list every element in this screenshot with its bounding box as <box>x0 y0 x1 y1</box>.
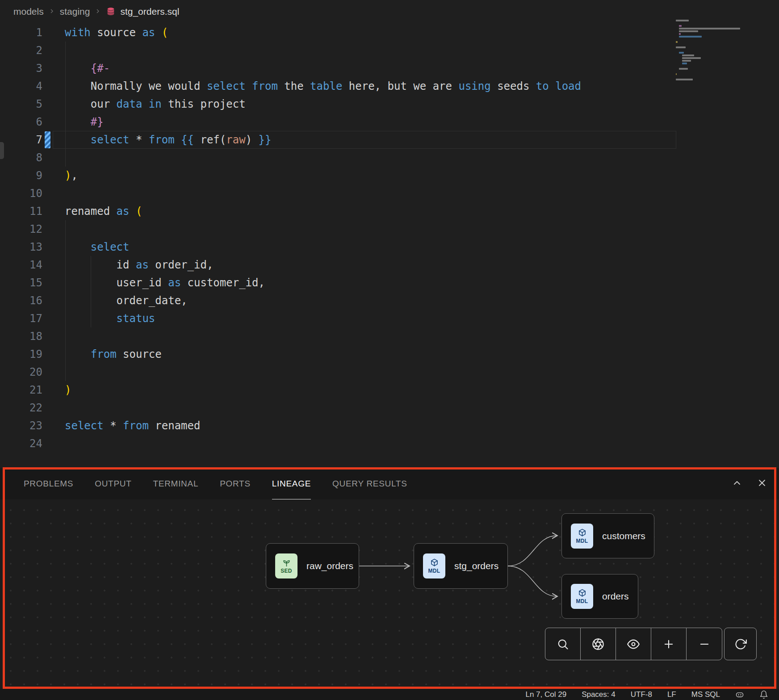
lineage-node-stg-orders[interactable]: MDL stg_orders <box>414 543 508 589</box>
line-number[interactable]: 9 <box>0 167 42 184</box>
code-line[interactable]: 17 status <box>0 310 779 327</box>
line-number[interactable]: 8 <box>0 149 42 167</box>
code-line[interactable]: 7 select * from {{ ref(raw) }} <box>0 131 779 149</box>
code-editor[interactable]: 1with source as (23 {#-4 Normally we wou… <box>0 24 779 453</box>
tab-query-results[interactable]: QUERY RESULTS <box>332 468 407 499</box>
code-line[interactable]: 2 <box>0 42 779 59</box>
tab-problems[interactable]: PROBLEMS <box>24 468 73 499</box>
encoding[interactable]: UTF-8 <box>631 690 652 699</box>
minimap-line <box>679 28 740 29</box>
refresh-button[interactable] <box>725 628 756 660</box>
breadcrumb-models[interactable]: models <box>13 6 44 17</box>
line-number[interactable]: 10 <box>0 184 42 202</box>
minimap[interactable] <box>676 20 762 84</box>
code-line[interactable]: 6 #} <box>0 113 779 131</box>
node-label: orders <box>602 591 629 602</box>
model-cube-icon: MDL <box>571 524 593 549</box>
line-number[interactable]: 15 <box>0 274 42 292</box>
code-line[interactable]: 1with source as ( <box>0 24 779 42</box>
line-number[interactable]: 2 <box>0 42 42 59</box>
panel-close-icon[interactable] <box>757 478 767 490</box>
minimap-line <box>676 73 677 75</box>
cursor-position[interactable]: Ln 7, Col 29 <box>525 690 566 699</box>
code-line[interactable]: 8 <box>0 149 779 167</box>
model-cube-icon: MDL <box>571 584 593 609</box>
code-line[interactable]: 11renamed as ( <box>0 202 779 220</box>
code-line[interactable]: 15 user_id as customer_id, <box>0 274 779 292</box>
code-line[interactable]: 5 our data in this project <box>0 95 779 113</box>
tab-lineage[interactable]: LINEAGE <box>272 468 311 499</box>
lineage-canvas[interactable]: SED raw_orders MDL stg_orders MDL custom… <box>0 499 779 689</box>
line-number[interactable]: 13 <box>0 238 42 256</box>
code-line[interactable]: 19 from source <box>0 345 779 363</box>
minimap-line <box>676 41 678 43</box>
code-line[interactable]: 21) <box>0 381 779 399</box>
code-line[interactable]: 10 <box>0 184 779 202</box>
minimap-line <box>679 36 701 38</box>
code-line[interactable]: 14 id as order_id, <box>0 256 779 274</box>
code-line[interactable]: 13 select <box>0 238 779 256</box>
line-number[interactable]: 3 <box>0 59 42 77</box>
eol-setting[interactable]: LF <box>667 690 676 699</box>
breadcrumb-staging[interactable]: staging <box>60 6 90 17</box>
line-number[interactable]: 12 <box>0 220 42 238</box>
line-number[interactable]: 22 <box>0 399 42 417</box>
tab-output[interactable]: OUTPUT <box>95 468 131 499</box>
minimap-line <box>679 33 681 35</box>
code-line[interactable]: 9), <box>0 167 779 184</box>
status-bar: Ln 7, Col 29 Spaces: 4 UTF-8 LF MS SQL <box>0 689 779 700</box>
code-line[interactable]: 22 <box>0 399 779 417</box>
minimap-line <box>682 57 700 59</box>
aperture-button[interactable] <box>581 628 616 660</box>
code-line[interactable]: 24 <box>0 435 779 453</box>
node-label: customers <box>602 531 645 541</box>
code-line[interactable]: 3 {#- <box>0 59 779 77</box>
line-number[interactable]: 4 <box>0 77 42 95</box>
indentation-setting[interactable]: Spaces: 4 <box>582 690 616 699</box>
line-number[interactable]: 17 <box>0 310 42 327</box>
code-line[interactable]: 18 <box>0 327 779 345</box>
node-badge: SED <box>281 568 292 574</box>
node-badge: MDL <box>576 538 588 544</box>
minimap-line <box>682 60 691 62</box>
line-number[interactable]: 14 <box>0 256 42 274</box>
chevron-right-icon <box>48 6 55 17</box>
line-number[interactable]: 6 <box>0 113 42 131</box>
minimap-line <box>682 63 687 64</box>
line-number[interactable]: 24 <box>0 435 42 453</box>
line-number[interactable]: 21 <box>0 381 42 399</box>
line-number[interactable]: 19 <box>0 345 42 363</box>
code-line[interactable]: 20 <box>0 363 779 381</box>
minimap-line <box>679 25 681 27</box>
code-line[interactable]: 4 Normally we would select from the tabl… <box>0 77 779 95</box>
search-button[interactable] <box>545 628 581 660</box>
panel-maximize-icon[interactable] <box>732 478 742 490</box>
line-number[interactable]: 18 <box>0 327 42 345</box>
minimap-line <box>682 54 694 56</box>
line-number[interactable]: 23 <box>0 417 42 435</box>
code-line[interactable]: 23select * from renamed <box>0 417 779 435</box>
zoom-in-button[interactable] <box>651 628 687 660</box>
breadcrumb-filename[interactable]: stg_orders.sql <box>120 6 179 17</box>
code-line[interactable]: 16 order_date, <box>0 292 779 310</box>
line-number[interactable]: 11 <box>0 202 42 220</box>
panel-tab-bar: PROBLEMS OUTPUT TERMINAL PORTS LINEAGE Q… <box>0 468 779 499</box>
line-number[interactable]: 16 <box>0 292 42 310</box>
copilot-icon[interactable] <box>735 690 744 699</box>
minimap-line <box>676 46 686 48</box>
line-number[interactable]: 7 <box>0 131 42 149</box>
lineage-node-raw-orders[interactable]: SED raw_orders <box>266 543 359 589</box>
language-mode[interactable]: MS SQL <box>691 690 720 699</box>
line-number[interactable]: 20 <box>0 363 42 381</box>
code-line[interactable]: 12 <box>0 220 779 238</box>
lineage-node-customers[interactable]: MDL customers <box>561 513 654 558</box>
tab-terminal[interactable]: TERMINAL <box>153 468 199 499</box>
bell-icon[interactable] <box>759 690 768 699</box>
database-file-icon <box>106 7 116 17</box>
lineage-node-orders[interactable]: MDL orders <box>561 574 638 619</box>
eye-button[interactable] <box>616 628 651 660</box>
tab-ports[interactable]: PORTS <box>220 468 251 499</box>
zoom-out-button[interactable] <box>687 628 722 660</box>
line-number[interactable]: 5 <box>0 95 42 113</box>
line-number[interactable]: 1 <box>0 24 42 42</box>
